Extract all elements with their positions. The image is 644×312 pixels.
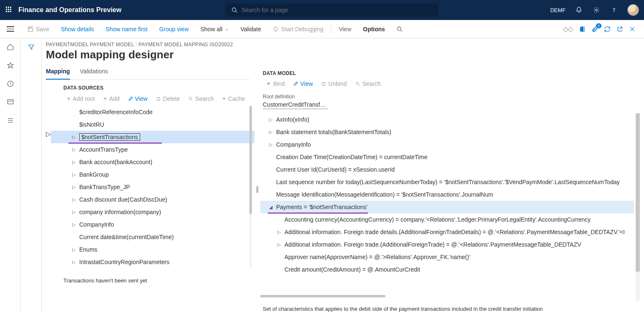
search-input[interactable] xyxy=(242,7,433,13)
show-name-first-button[interactable]: Show name first xyxy=(100,26,153,32)
ds-view-button[interactable]: View xyxy=(125,95,151,103)
filter-icon[interactable] xyxy=(28,43,35,312)
product-title: Finance and Operations Preview xyxy=(18,6,121,14)
bind-button: ⚭Bind xyxy=(263,80,288,88)
expand-icon[interactable]: ▷ xyxy=(276,230,282,235)
expand-icon[interactable]: ▷ xyxy=(71,185,77,190)
tree-node-label: AxInfo(xInfo) xyxy=(276,116,309,123)
gear-icon[interactable] xyxy=(592,6,601,14)
tree-node[interactable]: ▷BankTransType_JP xyxy=(51,181,254,193)
expand-icon[interactable]: ▷ xyxy=(268,130,274,135)
expand-icon[interactable]: ▷ xyxy=(71,247,77,252)
scrollbar-thumb-v[interactable] xyxy=(636,113,640,272)
tree-node[interactable]: ▷Current date&time(currentDateTime) xyxy=(51,231,254,243)
workspace-icon[interactable] xyxy=(7,98,14,106)
ds-search-button: Search xyxy=(185,95,217,103)
view-button[interactable]: View xyxy=(333,26,357,32)
svg-rect-4 xyxy=(28,27,33,31)
tree-node[interactable]: ▷Creation Date Time(CreationDateTime) = … xyxy=(260,151,634,163)
tree-node[interactable]: ◢Payments = '$notSentTransactions' xyxy=(260,201,634,213)
tree-node[interactable]: ▷Enums xyxy=(51,243,254,256)
svg-rect-5 xyxy=(29,27,31,28)
expand-icon[interactable]: ▷ xyxy=(276,242,282,247)
expand-icon[interactable]: ▷ xyxy=(71,147,77,152)
tree-node-label: Bank account(bankAccount) xyxy=(79,159,152,165)
global-search[interactable] xyxy=(226,3,438,17)
validate-button[interactable]: Validate xyxy=(234,26,267,32)
tree-node[interactable]: ▷$notSentTransactions xyxy=(51,131,254,143)
tree-node-label: Accounting currency(AccountingCurrency) … xyxy=(284,216,591,223)
office-icon[interactable] xyxy=(579,26,586,32)
tree-node[interactable]: ▷IntrastatCountryRegionParameters xyxy=(51,256,254,268)
cmdbar-search-icon[interactable] xyxy=(391,26,408,32)
show-all-dropdown[interactable]: Show all ⌄ xyxy=(195,26,235,32)
app-launcher-icon[interactable] xyxy=(6,7,13,13)
dm-view-button[interactable]: View xyxy=(290,80,316,88)
left-nav-rail xyxy=(0,38,21,312)
svg-point-9 xyxy=(397,27,401,30)
expand-icon[interactable]: ▷ xyxy=(71,197,77,202)
data-model-footer: Set of characteristics that applies to t… xyxy=(260,301,640,312)
refresh-icon[interactable] xyxy=(604,26,611,32)
environment-label[interactable]: DEMF xyxy=(550,7,566,13)
svg-rect-23 xyxy=(322,83,325,86)
expand-icon[interactable]: ▷ xyxy=(71,260,77,265)
tree-node[interactable]: ▷CompanyInfo xyxy=(260,138,634,151)
tree-node[interactable]: ▷$isNotRU xyxy=(51,118,254,131)
tree-node[interactable]: ▷AxInfo(xInfo) xyxy=(260,113,634,126)
data-model-toolbar: ⚭Bind View Unbind Search xyxy=(260,80,640,90)
tree-node[interactable]: ▷Additional information. Foreign trade d… xyxy=(260,226,634,238)
tab-mapping[interactable]: Mapping xyxy=(46,65,70,80)
group-view-button[interactable]: Group view xyxy=(153,26,195,32)
scrollbar-thumb[interactable] xyxy=(249,106,252,214)
expand-icon[interactable]: ▷ xyxy=(268,142,274,147)
tree-node[interactable]: ▷Current User Id(CurUserId) = xSession.u… xyxy=(260,163,634,176)
tree-node[interactable]: ▷Additional information. Foreign trade.(… xyxy=(260,238,634,251)
home-icon[interactable] xyxy=(7,43,14,51)
modules-icon[interactable] xyxy=(7,117,14,124)
tree-node[interactable]: ▷Approver name(ApproverName) = @.'>Relat… xyxy=(260,251,634,263)
expand-icon[interactable]: ▷ xyxy=(71,222,77,227)
breadcrumb: PAYMENTMODEL PAYMENT MODEL : PAYMENT MOD… xyxy=(46,42,644,47)
tree-node[interactable]: ▷Bank statement totals(BankStatementTota… xyxy=(260,126,634,138)
filter-column xyxy=(21,38,42,312)
clock-icon[interactable] xyxy=(7,80,14,87)
bell-icon[interactable] xyxy=(575,6,583,14)
tree-node[interactable]: ▷BankGroup xyxy=(51,168,254,181)
collapse-handle-icon[interactable]: ▷ xyxy=(46,80,51,284)
tree-node-label: CompanyInfo xyxy=(276,141,311,148)
help-icon[interactable] xyxy=(610,6,618,14)
tree-node[interactable]: ▷$creditorReferenceInfoCode xyxy=(51,106,254,118)
expand-icon[interactable]: ▷ xyxy=(268,117,274,122)
link-icon[interactable]: ◇◇ xyxy=(563,25,573,33)
avatar[interactable] xyxy=(627,4,639,16)
popout-icon[interactable] xyxy=(616,26,623,32)
tree-node[interactable]: ▷Cash discount due(CashDiscDue) xyxy=(51,193,254,206)
tree-node-label: Enums xyxy=(79,246,98,253)
tree-node[interactable]: ▷Last sequence number for today(LastSequ… xyxy=(260,176,634,188)
tree-node[interactable]: ▷Message Identification(MessageIdentific… xyxy=(260,188,634,201)
tab-validations[interactable]: Validations xyxy=(80,65,108,80)
scrollbar-thumb-h[interactable] xyxy=(260,295,385,297)
tree-node[interactable]: ▷company information(company) xyxy=(51,206,254,218)
close-icon[interactable] xyxy=(629,26,636,32)
show-details-button[interactable]: Show details xyxy=(55,26,100,32)
expand-icon[interactable]: ▷ xyxy=(71,210,77,215)
expand-icon[interactable]: ▷ xyxy=(71,172,77,177)
attachments-icon[interactable] xyxy=(591,26,598,32)
tree-node[interactable]: ▷Accounting currency(AccountingCurrency)… xyxy=(260,213,634,226)
tree-node[interactable]: ▷Bank account(bankAccount) xyxy=(51,156,254,168)
root-definition-value[interactable]: CustomerCreditTransfe... xyxy=(263,100,328,109)
splitter-handle[interactable]: ‖ xyxy=(254,65,260,312)
expand-icon[interactable]: ▷ xyxy=(71,160,77,165)
svg-line-22 xyxy=(191,100,193,101)
data-model-title: DATA MODEL xyxy=(260,65,640,80)
nav-toggle-icon[interactable] xyxy=(7,26,17,32)
expand-icon[interactable]: ▷ xyxy=(71,135,77,140)
tree-node[interactable]: ▷AccountTransType xyxy=(51,143,254,156)
tree-node[interactable]: ▷CompanyInfo xyxy=(51,218,254,231)
star-icon[interactable] xyxy=(7,62,14,69)
tree-node[interactable]: ▷Credit amount(CreditAmount) = @.AmountC… xyxy=(260,263,634,276)
expand-icon[interactable]: ◢ xyxy=(268,205,274,210)
options-button[interactable]: Options xyxy=(357,26,391,32)
